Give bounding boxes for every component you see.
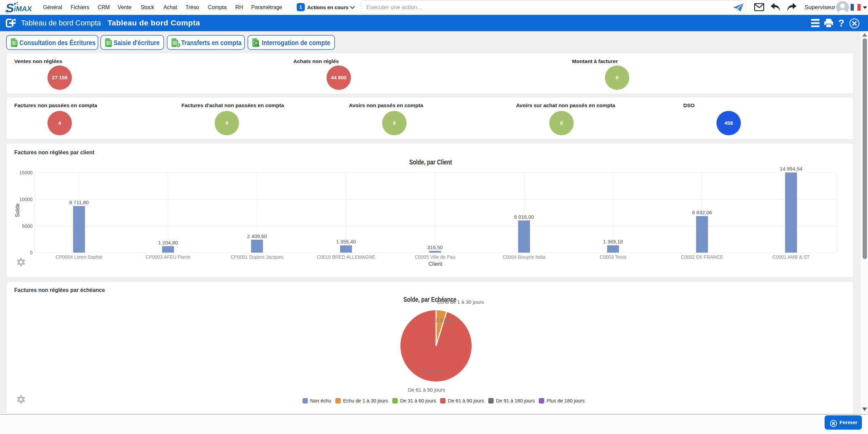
svg-text:316,50: 316,50: [427, 244, 443, 250]
svg-text:-56 278,64: -56 278,64: [420, 368, 445, 374]
svg-text:1 369,18: 1 369,18: [603, 239, 623, 244]
svg-text:MAX: MAX: [16, 5, 32, 13]
svg-text:6 832,06: 6 832,06: [692, 210, 712, 215]
svg-text:C0003 Testo: C0003 Testo: [600, 254, 627, 260]
svg-text:CP0004 Loren Sophie: CP0004 Loren Sophie: [56, 254, 102, 260]
svg-text:S: S: [5, 1, 15, 15]
svg-text:C0004 Bouyrie Italia: C0004 Bouyrie Italia: [502, 254, 545, 260]
svg-text:C0010 BRED ALLEMAGNE: C0010 BRED ALLEMAGNE: [317, 254, 375, 260]
svg-text:Solde, par Client: Solde, par Client: [409, 158, 452, 166]
svg-text:Echu de 1 à 30 jours: Echu de 1 à 30 jours: [437, 299, 484, 305]
svg-text:Solde: Solde: [15, 203, 20, 217]
svg-text:1 204,80: 1 204,80: [158, 240, 178, 245]
svg-text:10000: 10000: [19, 197, 33, 202]
svg-text:5000: 5000: [22, 223, 33, 229]
svg-text:Client: Client: [429, 261, 442, 267]
svg-text:C0005 Ville de Pau: C0005 Ville de Pau: [415, 254, 455, 260]
svg-text:1 355,40: 1 355,40: [336, 239, 356, 244]
svg-text:CP0003 AFEU Pierre: CP0003 AFEU Pierre: [145, 254, 190, 260]
svg-text:6 016,00: 6 016,00: [514, 214, 534, 220]
svg-text:2 835,82: 2 835,82: [436, 317, 455, 323]
svg-text:C0001 AMB & ST: C0001 AMB & ST: [772, 254, 810, 260]
svg-text:C0002 EK FRANCE: C0002 EK FRANCE: [681, 254, 723, 260]
svg-text:2 409,60: 2 409,60: [247, 233, 267, 239]
svg-text:14 994,54: 14 994,54: [780, 166, 803, 172]
svg-text:De 61 à 90 jours: De 61 à 90 jours: [408, 387, 445, 393]
svg-text:0: 0: [30, 250, 33, 255]
svg-text:15000: 15000: [19, 170, 33, 175]
svg-text:8 711,80: 8 711,80: [69, 199, 88, 205]
svg-text:CP0001 Dupont Jacques: CP0001 Dupont Jacques: [231, 254, 283, 260]
